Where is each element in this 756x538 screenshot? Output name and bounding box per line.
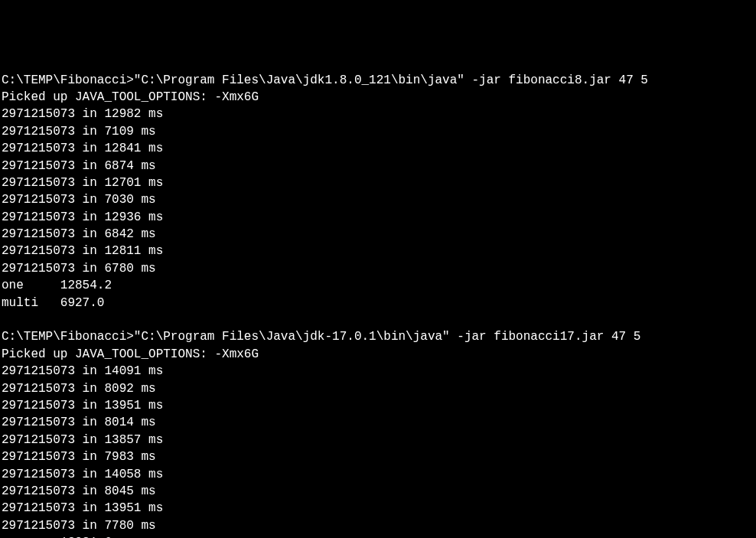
output-line: 2971215073 in 13951 ms — [2, 397, 754, 414]
output-line: 2971215073 in 8014 ms — [2, 414, 754, 431]
output-line: 2971215073 in 12982 ms — [2, 106, 754, 122]
output-line: 2971215073 in 6842 ms — [2, 226, 754, 243]
output-line: 2971215073 in 12841 ms — [2, 140, 754, 157]
output-line: 2971215073 in 8092 ms — [2, 380, 754, 397]
output-line: 2971215073 in 6780 ms — [2, 260, 754, 277]
output-line: 2971215073 in 12936 ms — [2, 209, 754, 226]
output-line: 2971215073 in 7983 ms — [2, 448, 754, 465]
summary-one-2: one 13981.6 — [2, 534, 754, 538]
prompt: C:\TEMP\Fibonacci> — [2, 73, 134, 87]
command: "C:\Program Files\Java\jdk-17.0.1\bin\ja… — [134, 330, 641, 344]
command: "C:\Program Files\Java\jdk1.8.0_121\bin\… — [134, 73, 648, 87]
output-line: 2971215073 in 14091 ms — [2, 363, 754, 380]
summary-multi-1: multi 6927.0 — [2, 295, 754, 311]
output-line: 2971215073 in 12701 ms — [2, 174, 754, 191]
output-line: 2971215073 in 13857 ms — [2, 432, 754, 448]
command-line-1: C:\TEMP\Fibonacci>"C:\Program Files\Java… — [2, 72, 754, 89]
blank-line — [2, 311, 754, 328]
output-line: 2971215073 in 7109 ms — [2, 123, 754, 140]
terminal-output[interactable]: C:\TEMP\Fibonacci>"C:\Program Files\Java… — [2, 72, 754, 538]
command-line-2: C:\TEMP\Fibonacci>"C:\Program Files\Java… — [2, 328, 754, 345]
java-tool-options-2: Picked up JAVA_TOOL_OPTIONS: -Xmx6G — [2, 346, 754, 363]
summary-one-1: one 12854.2 — [2, 277, 754, 294]
prompt: C:\TEMP\Fibonacci> — [2, 330, 134, 344]
output-line: 2971215073 in 14058 ms — [2, 466, 754, 483]
java-tool-options-1: Picked up JAVA_TOOL_OPTIONS: -Xmx6G — [2, 89, 754, 106]
output-line: 2971215073 in 12811 ms — [2, 243, 754, 259]
output-line: 2971215073 in 8045 ms — [2, 483, 754, 500]
output-line: 2971215073 in 7780 ms — [2, 517, 754, 534]
output-line: 2971215073 in 6874 ms — [2, 158, 754, 174]
output-line: 2971215073 in 13951 ms — [2, 500, 754, 517]
output-line: 2971215073 in 7030 ms — [2, 191, 754, 208]
